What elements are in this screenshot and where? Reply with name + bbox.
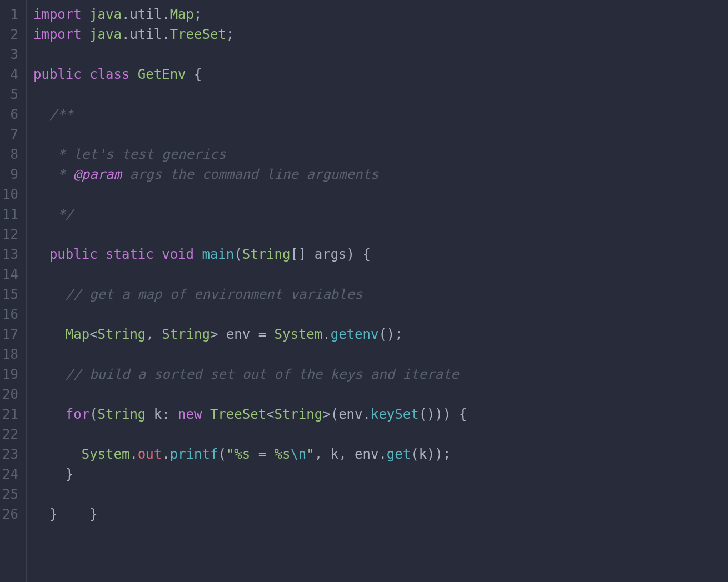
token-ident: env bbox=[355, 446, 378, 462]
token-punc: } } bbox=[33, 506, 98, 522]
token-punc: . bbox=[362, 407, 370, 422]
line-number: 16 bbox=[0, 304, 22, 324]
token-cls: String bbox=[162, 327, 210, 342]
token-doctag: @param bbox=[73, 167, 122, 182]
token-cmt: * bbox=[33, 167, 73, 182]
line-number: 14 bbox=[0, 264, 22, 284]
token-str: " bbox=[306, 446, 314, 462]
token-cls: Map bbox=[170, 7, 194, 22]
line-number: 9 bbox=[0, 164, 22, 184]
token-punc: { bbox=[186, 67, 202, 82]
code-line[interactable]: import java.util.TreeSet; bbox=[33, 24, 467, 44]
token-func: keySet bbox=[371, 407, 419, 422]
code-line[interactable]: System.out.printf("%s = %s\n", k, env.ge… bbox=[33, 444, 467, 464]
token-punc: ())) { bbox=[419, 407, 467, 422]
token-esc: \n bbox=[290, 446, 306, 462]
token-func: get bbox=[387, 446, 411, 462]
line-number: 20 bbox=[0, 384, 22, 404]
token-punc: . bbox=[122, 7, 129, 22]
token-punc: . bbox=[162, 446, 169, 462]
code-line[interactable]: } } bbox=[33, 504, 467, 524]
line-number: 18 bbox=[0, 344, 22, 364]
token-cls: String bbox=[242, 247, 291, 262]
token-kw: public static bbox=[49, 247, 162, 262]
token-cmt: /** bbox=[33, 107, 73, 122]
line-number: 8 bbox=[0, 144, 22, 164]
token-punc: [] bbox=[290, 247, 314, 262]
code-line[interactable]: for(String k: new TreeSet<String>(env.ke… bbox=[33, 404, 467, 424]
token-punc: (); bbox=[378, 327, 402, 342]
token-punc: < bbox=[89, 327, 97, 342]
code-line[interactable]: // get a map of environment variables bbox=[33, 284, 467, 304]
token-cls: TreeSet bbox=[210, 407, 266, 422]
token-cls: TreeSet bbox=[170, 27, 226, 42]
line-number: 7 bbox=[0, 124, 22, 144]
token-cls: String bbox=[98, 327, 146, 342]
token-punc bbox=[33, 327, 66, 342]
code-line[interactable] bbox=[33, 424, 467, 444]
token-punc bbox=[33, 247, 49, 262]
token-punc: = bbox=[250, 327, 274, 342]
line-number: 10 bbox=[0, 184, 22, 204]
line-number: 24 bbox=[0, 464, 22, 484]
line-number: 22 bbox=[0, 424, 22, 444]
token-kw: for bbox=[66, 407, 89, 422]
token-punc: < bbox=[266, 407, 274, 422]
line-number: 19 bbox=[0, 364, 22, 384]
token-punc: } bbox=[33, 466, 73, 482]
code-line[interactable]: Map<String, String> env = System.getenv(… bbox=[33, 324, 467, 344]
token-kw: void bbox=[162, 247, 202, 262]
token-punc: ( bbox=[234, 247, 242, 262]
token-punc bbox=[33, 407, 66, 422]
code-line[interactable]: public static void main(String[] args) { bbox=[33, 244, 467, 264]
token-cls: Map bbox=[66, 327, 89, 342]
token-ident: util bbox=[129, 27, 162, 42]
token-punc: >( bbox=[322, 407, 338, 422]
code-line[interactable]: import java.util.Map; bbox=[33, 4, 467, 24]
token-punc: . bbox=[162, 27, 169, 42]
token-punc: > bbox=[210, 327, 226, 342]
token-punc: . bbox=[122, 27, 129, 42]
code-line[interactable]: // build a sorted set out of the keys an… bbox=[33, 364, 467, 384]
line-number: 5 bbox=[0, 84, 22, 104]
code-line[interactable]: public class GetEnv { bbox=[33, 64, 467, 84]
code-line[interactable] bbox=[33, 384, 467, 404]
line-number: 12 bbox=[0, 224, 22, 244]
code-line[interactable]: */ bbox=[33, 204, 467, 224]
token-cmt: args the command line arguments bbox=[122, 167, 378, 182]
token-punc: ( bbox=[218, 446, 226, 462]
code-line[interactable]: * let's test generics bbox=[33, 144, 467, 164]
code-line[interactable]: /** bbox=[33, 104, 467, 124]
code-line[interactable] bbox=[33, 304, 467, 324]
line-number-gutter: 1234567891011121314151617181920212223242… bbox=[0, 0, 27, 582]
token-cls: System bbox=[82, 446, 130, 462]
token-ident: args bbox=[315, 247, 347, 262]
code-line[interactable] bbox=[33, 184, 467, 204]
code-line[interactable] bbox=[33, 84, 467, 104]
token-cls: String bbox=[98, 407, 146, 422]
code-line[interactable]: * @param args the command line arguments bbox=[33, 164, 467, 184]
code-line[interactable] bbox=[33, 124, 467, 144]
token-punc: ( bbox=[89, 407, 97, 422]
line-number: 17 bbox=[0, 324, 22, 344]
line-number: 15 bbox=[0, 284, 22, 304]
line-number: 13 bbox=[0, 244, 22, 264]
token-cmt: // get a map of environment variables bbox=[33, 287, 362, 302]
code-area[interactable]: import java.util.Map;import java.util.Tr… bbox=[27, 0, 467, 582]
code-line[interactable] bbox=[33, 264, 467, 284]
token-ident: env bbox=[338, 407, 362, 422]
line-number: 21 bbox=[0, 404, 22, 424]
token-punc: , k, bbox=[315, 446, 355, 462]
token-func: printf bbox=[170, 446, 218, 462]
code-line[interactable]: } bbox=[33, 464, 467, 484]
token-func: getenv bbox=[331, 327, 379, 342]
code-line[interactable] bbox=[33, 44, 467, 64]
token-punc: ; bbox=[226, 27, 234, 42]
code-line[interactable] bbox=[33, 344, 467, 364]
line-number: 3 bbox=[0, 44, 22, 64]
code-line[interactable] bbox=[33, 224, 467, 244]
code-line[interactable] bbox=[33, 484, 467, 504]
token-punc: ) { bbox=[347, 247, 371, 262]
code-editor[interactable]: 1234567891011121314151617181920212223242… bbox=[0, 0, 728, 582]
token-punc: . bbox=[322, 327, 330, 342]
